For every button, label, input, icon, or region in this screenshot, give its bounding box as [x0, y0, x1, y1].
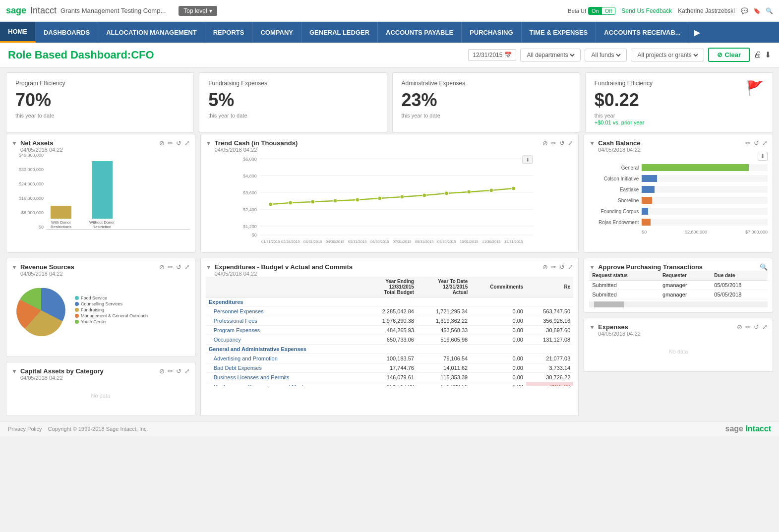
- horizontal-scrollbar[interactable]: [589, 301, 768, 307]
- filter-widget-icon[interactable]: ⊘: [159, 367, 165, 375]
- search-icon[interactable]: 🔍: [760, 263, 768, 271]
- edit-icon[interactable]: ✏: [168, 139, 173, 147]
- nav-time-expenses[interactable]: TIME & EXPENSES: [522, 22, 597, 43]
- expand-icon[interactable]: ⤢: [762, 323, 768, 331]
- kpi-title: Adminstrative Expenses: [402, 80, 571, 87]
- collapse-icon[interactable]: ▼: [589, 264, 595, 271]
- expand-icon[interactable]: ⤢: [184, 139, 190, 147]
- collapse-icon[interactable]: ▼: [206, 264, 212, 271]
- dept-filter[interactable]: All departments: [520, 49, 581, 61]
- pie-chart-svg: [11, 281, 71, 340]
- edit-icon[interactable]: ✏: [168, 367, 173, 375]
- footer-sage: sage: [725, 424, 743, 433]
- edit-icon[interactable]: ✏: [745, 323, 751, 331]
- expand-icon[interactable]: ⤢: [184, 263, 190, 271]
- nav-ar[interactable]: ACCOUNTS RECEIVAB...: [596, 22, 689, 43]
- fund-select[interactable]: All funds: [589, 51, 622, 59]
- kpi-title: Program Efficiency: [15, 80, 184, 87]
- collapse-icon[interactable]: ▼: [11, 368, 17, 375]
- flag-icon: 🚩: [746, 80, 764, 96]
- svg-text:12/31/2015: 12/31/2015: [504, 239, 523, 244]
- project-filter[interactable]: All projects or grants: [631, 49, 704, 61]
- nav-gl[interactable]: GENERAL LEDGER: [301, 22, 378, 43]
- refresh-icon[interactable]: ↺: [176, 367, 181, 375]
- beta-toggle-group[interactable]: On Off: [588, 7, 615, 15]
- search-icon[interactable]: 🔍: [766, 7, 773, 14]
- svg-text:$4,800: $4,800: [243, 174, 257, 178]
- filter-widget-icon[interactable]: ⊘: [542, 263, 548, 271]
- table-row: Submitted gmanager 05/05/2018: [589, 281, 768, 290]
- nav-dashboards[interactable]: DASHBOARDS: [36, 22, 98, 43]
- download-icon-area: ⬇: [589, 153, 768, 160]
- expand-icon[interactable]: ⤢: [568, 139, 573, 147]
- filter-widget-icon[interactable]: ⊘: [159, 139, 165, 147]
- filter-widget-icon[interactable]: ⊘: [159, 263, 165, 271]
- fund-filter[interactable]: All funds: [585, 49, 627, 61]
- main-row-1: ▼ Net Assets 04/05/2018 04:22 ⊘ ✏ ↺ ⤢ $4…: [6, 134, 773, 253]
- filter-widget-icon[interactable]: ⊘: [542, 139, 548, 147]
- expand-icon[interactable]: ⤢: [184, 367, 190, 375]
- download-icon[interactable]: ⬇: [758, 152, 768, 161]
- legend-dot: [75, 302, 79, 306]
- nav-ap[interactable]: ACCOUNTS PAYABLE: [378, 22, 462, 43]
- dept-select[interactable]: All departments: [525, 51, 576, 59]
- toggle-off[interactable]: Off: [602, 7, 615, 14]
- cb-row-general: General: [589, 164, 768, 171]
- widget-date: 04/05/2018 04:22: [20, 375, 156, 381]
- widget-actions: ✏ ↺ ⤢: [745, 139, 768, 147]
- expand-icon[interactable]: ⤢: [568, 263, 573, 271]
- bar-fill: [92, 161, 113, 219]
- kpi-value: 5%: [208, 90, 377, 111]
- refresh-icon[interactable]: ↺: [559, 139, 565, 147]
- expenses-widget: ▼ Expenses 04/05/2018 04:22 ⊘ ✏ ↺ ⤢ No d…: [584, 318, 773, 372]
- widget-header: ▼ Expenses 04/05/2018 04:22 ⊘ ✏ ↺ ⤢: [589, 323, 768, 337]
- expenditures-table-scroll[interactable]: Year Ending12/31/2015Total Budget Year T…: [206, 277, 574, 386]
- edit-icon[interactable]: ✏: [551, 263, 556, 271]
- approve-table-scroll[interactable]: Request status Requester Due date Submit…: [589, 271, 768, 299]
- edit-icon[interactable]: ✏: [745, 139, 751, 147]
- collapse-icon[interactable]: ▼: [589, 324, 595, 331]
- clear-button[interactable]: ⊘ Clear: [708, 48, 750, 62]
- widget-date: 04/05/2018 04:22: [215, 147, 540, 153]
- kpi-title: Fundraising Expenses: [208, 80, 377, 87]
- table-row: Advertising and Promotion 100,183.5779,1…: [206, 354, 574, 363]
- bar-with-donor: With DonorRestrictions: [46, 206, 76, 229]
- feedback-link[interactable]: Send Us Feedback: [621, 7, 672, 14]
- cb-row-rojas: Rojas Endowment: [589, 219, 768, 226]
- refresh-icon[interactable]: ↺: [559, 263, 565, 271]
- export-icon[interactable]: ⬇: [765, 50, 771, 59]
- top-level-button[interactable]: Top level ▾: [179, 6, 217, 16]
- refresh-icon[interactable]: ↺: [176, 263, 181, 271]
- date-filter[interactable]: 12/31/2015 📅: [468, 49, 516, 61]
- refresh-icon[interactable]: ↺: [176, 139, 181, 147]
- print-icon[interactable]: 🖨: [754, 50, 762, 59]
- widget-title: Trend Cash (in Thousands): [215, 139, 540, 147]
- toggle-on[interactable]: On: [589, 7, 602, 14]
- collapse-icon[interactable]: ▼: [11, 140, 17, 147]
- kpi-admin-expenses: Adminstrative Expenses 23% this year to …: [392, 72, 580, 133]
- edit-icon[interactable]: ✏: [551, 139, 556, 147]
- collapse-icon[interactable]: ▼: [11, 264, 17, 271]
- bookmark-icon[interactable]: 🔖: [753, 7, 761, 14]
- privacy-policy-link[interactable]: Privacy Policy: [8, 426, 42, 432]
- widget-actions: ⊘ ✏ ↺ ⤢: [542, 139, 573, 147]
- refresh-icon[interactable]: ↺: [754, 139, 759, 147]
- nav-allocation[interactable]: ALLOCATION MANAGEMENT: [98, 22, 205, 43]
- svg-point-19: [422, 193, 426, 197]
- filter-widget-icon[interactable]: ⊘: [737, 323, 742, 331]
- scrollbar-thumb[interactable]: [594, 301, 624, 307]
- project-select[interactable]: All projects or grants: [635, 51, 700, 59]
- trend-chart-svg: $6,000 $4,800 $3,600 $2,400 $1,200 $0: [210, 155, 570, 244]
- edit-icon[interactable]: ✏: [168, 263, 173, 271]
- nav-purchasing[interactable]: PURCHASING: [462, 22, 521, 43]
- nav-home[interactable]: HOME: [0, 22, 36, 43]
- nav-more[interactable]: ▶: [689, 22, 705, 43]
- nav-company[interactable]: COMPANY: [252, 22, 301, 43]
- nav-reports[interactable]: REPORTS: [205, 22, 253, 43]
- footer: Privacy Policy Copyright © 1999-2018 Sag…: [0, 421, 779, 436]
- refresh-icon[interactable]: ↺: [754, 323, 759, 331]
- chat-icon[interactable]: 💬: [741, 7, 748, 14]
- collapse-icon[interactable]: ▼: [206, 140, 212, 147]
- collapse-icon[interactable]: ▼: [589, 140, 595, 147]
- expand-icon[interactable]: ⤢: [762, 139, 768, 147]
